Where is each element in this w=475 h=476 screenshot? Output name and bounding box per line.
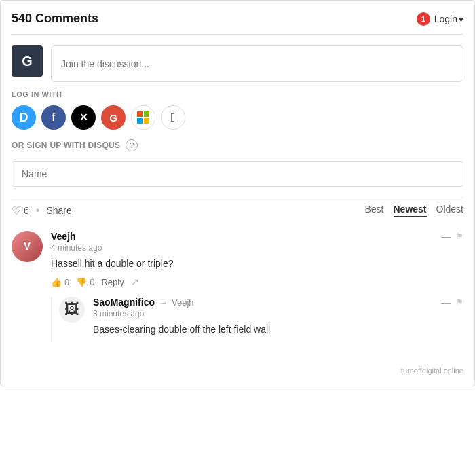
veejh-minimize[interactable]: — [441, 231, 451, 242]
login-with-label: LOG IN WITH [12, 90, 463, 98]
comment-thread: V Veejh — ⚑ 4 minutes ago Hassell hit a … [12, 225, 463, 353]
google-login-icon[interactable]: G [101, 105, 126, 130]
saomag-avatar-img: 🖼 [59, 297, 85, 323]
veejh-avatar: V [12, 231, 43, 262]
veejh-comment-header: Veejh — ⚑ [51, 231, 463, 242]
veejh-reply-button[interactable]: Reply [101, 277, 124, 287]
saomag-body: SaoMagnifico → Veejh — ⚑ 3 minutes ago B… [93, 297, 463, 342]
sort-newest[interactable]: Newest [394, 204, 427, 217]
facebook-login-icon[interactable]: f [41, 105, 66, 130]
veejh-upvote-count: 0 [64, 277, 69, 287]
saomag-header: SaoMagnifico → Veejh — ⚑ [93, 297, 463, 308]
microsoft-login-icon[interactable] [131, 105, 155, 130]
login-area: 1 Login ▾ [417, 12, 463, 26]
share-label: Share [46, 205, 71, 216]
veejh-avatar-img: V [12, 231, 43, 262]
help-icon[interactable]: ? [126, 139, 138, 151]
veejh-comment-body: Veejh — ⚑ 4 minutes ago Hassell hit a do… [51, 231, 463, 353]
share-button[interactable]: Share [46, 205, 71, 216]
saomag-minimize[interactable]: — [441, 297, 451, 308]
twitter-login-icon[interactable]: ✕ [71, 105, 96, 130]
disqus-login-icon[interactable]: D [12, 105, 36, 130]
reply-saomag: 🖼 SaoMagnifico → Veejh — ⚑ [51, 297, 463, 342]
saomag-text: Bases-clearing double off the left field… [93, 323, 463, 337]
reply-arrow-icon: → [159, 297, 168, 308]
comments-count: 540 Comments [12, 12, 98, 26]
dot-separator: • [36, 204, 40, 217]
saomag-author: SaoMagnifico [93, 297, 155, 308]
name-input[interactable] [12, 161, 463, 187]
comments-header: 540 Comments 1 Login ▾ [12, 12, 463, 35]
like-count: 6 [24, 205, 29, 216]
veejh-author: Veejh [51, 231, 76, 242]
sort-best[interactable]: Best [364, 204, 383, 217]
saomag-flag[interactable]: ⚑ [456, 297, 463, 307]
discussion-input[interactable] [51, 45, 463, 82]
signup-label: OR SIGN UP WITH DISQUS [12, 141, 120, 150]
sort-oldest[interactable]: Oldest [436, 204, 463, 217]
veejh-downvote-count: 0 [90, 277, 94, 287]
sort-options: Best Newest Oldest [364, 204, 463, 217]
login-with-section: LOG IN WITH D f ✕ G  [12, 90, 463, 130]
veejh-upvote[interactable]: 👍 0 [51, 277, 69, 287]
notification-badge: 1 [417, 12, 430, 26]
like-area: ♡ 6 [12, 204, 29, 217]
veejh-text: Hassell hit a double or triple? [51, 257, 463, 271]
thumbup-icon: 👍 [51, 277, 62, 287]
login-button[interactable]: Login ▾ [434, 14, 463, 24]
social-icons-row: D f ✕ G  [12, 105, 463, 130]
saomag-controls: — ⚑ [441, 297, 463, 308]
veejh-flag[interactable]: ⚑ [456, 232, 463, 241]
heart-icon: ♡ [12, 204, 21, 217]
compose-area: G [12, 45, 463, 82]
user-avatar: G [12, 45, 43, 77]
thumbdown-icon: 👎 [76, 277, 87, 287]
comment-veejh: V Veejh — ⚑ 4 minutes ago Hassell hit a … [12, 231, 463, 353]
apple-login-icon[interactable]:  [161, 105, 185, 130]
veejh-share-icon[interactable]: ↗ [131, 276, 139, 287]
saomag-reply-to: Veejh [172, 297, 194, 308]
sort-bar: ♡ 6 • Share Best Newest Oldest [12, 198, 463, 225]
saomag-avatar: 🖼 [59, 297, 85, 323]
watermark: turnoffdigital.online [12, 364, 463, 375]
veejh-downvote[interactable]: 👎 0 [76, 277, 94, 287]
veejh-controls: — ⚑ [441, 231, 463, 242]
saomag-time: 3 minutes ago [93, 309, 463, 318]
left-sort: ♡ 6 • Share [12, 204, 72, 217]
veejh-time: 4 minutes ago [51, 243, 463, 253]
signup-section: OR SIGN UP WITH DISQUS ? [12, 139, 463, 151]
veejh-actions: 👍 0 👎 0 Reply ↗ [51, 276, 463, 287]
